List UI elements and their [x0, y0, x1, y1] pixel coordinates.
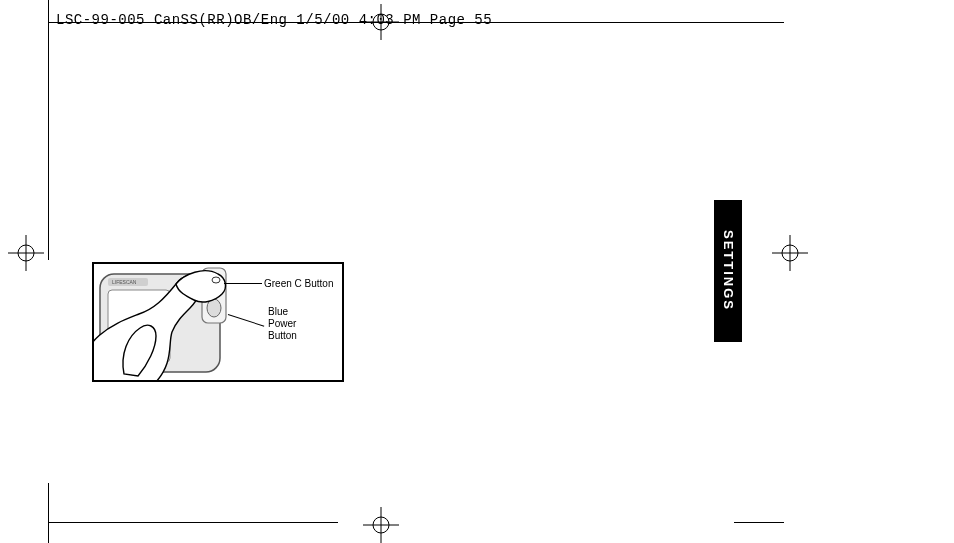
registration-mark-icon: [363, 507, 399, 543]
page-header-slug: LSC-99-005 CanSS(RR)OB/Eng 1/5/00 4:03 P…: [56, 12, 492, 28]
device-brand-text: LIFESCAN: [112, 279, 137, 285]
svg-point-18: [212, 277, 220, 283]
crop-mark: [48, 0, 49, 260]
leader-line: [224, 283, 262, 284]
callout-label-blue-power: Blue Power Button: [268, 306, 297, 342]
crop-mark: [48, 522, 338, 523]
registration-mark-icon: [363, 4, 399, 40]
section-tab-settings: SETTINGS: [714, 200, 742, 342]
crop-mark: [734, 522, 784, 523]
hand-device-icon: LIFESCAN: [94, 264, 252, 382]
registration-mark-icon: [8, 235, 44, 271]
registration-mark-icon: [772, 235, 808, 271]
crop-mark: [48, 483, 49, 543]
crop-mark: [734, 22, 784, 23]
callout-label-green-c: Green C Button: [264, 278, 333, 289]
device-illustration: LIFESCAN Green C Button Blue Power Butto…: [92, 262, 344, 382]
section-tab-label: SETTINGS: [721, 230, 736, 311]
